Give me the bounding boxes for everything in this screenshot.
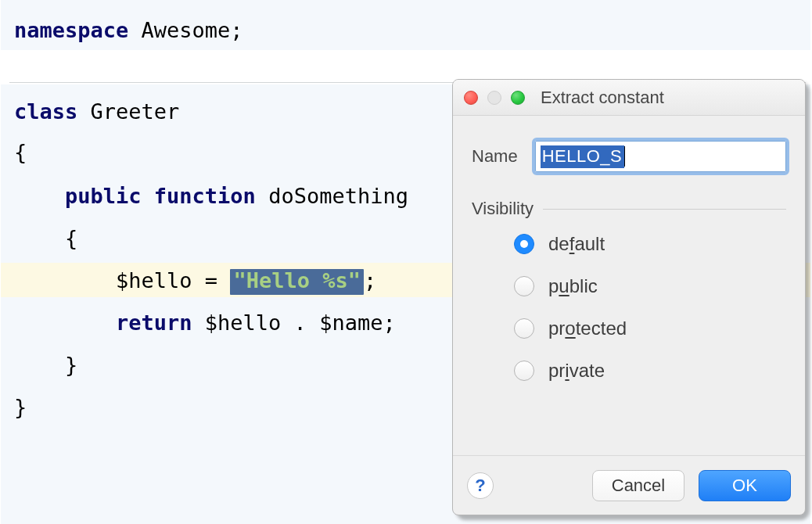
name-label: Name bbox=[472, 146, 518, 167]
keyword-class: class bbox=[14, 99, 77, 124]
function-name: doSomething bbox=[256, 184, 408, 208]
radio-private[interactable]: private bbox=[514, 360, 786, 382]
radio-protected[interactable]: protected bbox=[514, 318, 786, 339]
dialog-titlebar[interactable]: Extract constant bbox=[453, 80, 805, 116]
radio-label: public bbox=[548, 275, 598, 297]
radio-public[interactable]: public bbox=[514, 275, 786, 297]
close-icon[interactable] bbox=[464, 91, 478, 105]
radio-default[interactable]: default bbox=[514, 233, 786, 255]
dialog-title: Extract constant bbox=[541, 88, 664, 108]
namespace-name: Awesome bbox=[128, 18, 230, 42]
radio-icon[interactable] bbox=[514, 361, 534, 381]
radio-label: default bbox=[548, 233, 605, 255]
selected-string: "Hello %s" bbox=[230, 269, 364, 295]
zoom-icon[interactable] bbox=[511, 91, 525, 105]
equals-sign: = bbox=[205, 268, 217, 293]
group-divider bbox=[543, 209, 786, 210]
radio-icon[interactable] bbox=[514, 276, 534, 296]
radio-label: private bbox=[548, 360, 605, 382]
brace-open: { bbox=[14, 140, 27, 164]
name-row: Name HELLO_S bbox=[472, 141, 786, 172]
keyword-namespace: namespace bbox=[14, 18, 128, 42]
semicolon: ; bbox=[230, 18, 243, 42]
brace-open: { bbox=[65, 226, 77, 250]
dialog-footer: ? Cancel OK bbox=[453, 455, 805, 515]
name-input-value: HELLO_S bbox=[541, 145, 625, 168]
minimize-icon bbox=[487, 91, 501, 105]
brace-close: } bbox=[14, 395, 27, 419]
semicolon: ; bbox=[364, 268, 376, 293]
var-hello: $hello bbox=[14, 268, 205, 293]
code-line: namespace Awesome; bbox=[14, 19, 812, 42]
radio-icon[interactable] bbox=[514, 318, 534, 339]
radio-icon[interactable] bbox=[514, 234, 534, 254]
ok-button[interactable]: OK bbox=[699, 470, 791, 501]
help-button[interactable]: ? bbox=[467, 472, 494, 499]
cancel-button[interactable]: Cancel bbox=[592, 470, 684, 501]
extract-constant-dialog: Extract constant Name HELLO_S Visibility… bbox=[452, 79, 806, 515]
text-caret bbox=[624, 146, 625, 167]
visibility-group-label: Visibility bbox=[472, 199, 786, 219]
visibility-label-text: Visibility bbox=[472, 199, 534, 219]
name-input[interactable]: HELLO_S bbox=[535, 141, 786, 172]
class-name: Greeter bbox=[77, 99, 179, 124]
visibility-radios: default public protected private bbox=[514, 233, 786, 382]
keyword-public: public bbox=[65, 184, 142, 208]
dialog-body: Name HELLO_S Visibility default public p… bbox=[453, 116, 805, 382]
brace-close: } bbox=[14, 353, 77, 377]
window-controls bbox=[464, 91, 525, 105]
radio-label: protected bbox=[548, 318, 627, 339]
keyword-function: function bbox=[142, 184, 256, 208]
